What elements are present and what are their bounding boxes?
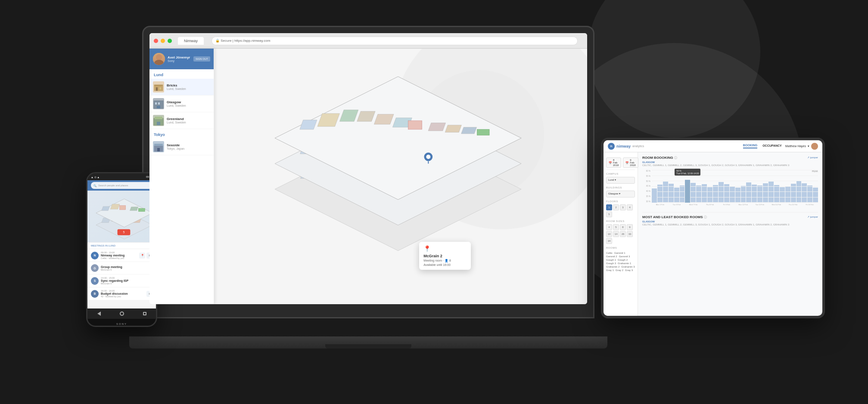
room-tag-gough3[interactable]: Gough 3: [606, 262, 616, 265]
x-label-8: Wed 14 Feb: [768, 204, 785, 209]
meeting-info-1: 09:00 - 10:00 Nimway meeting Celtic - bo…: [101, 251, 137, 259]
meeting-info-2: Group meeting McGrain 5: [101, 265, 152, 271]
browser-chrome: Nimway 🔒 Secure | https://app.nimway.com: [149, 33, 587, 49]
browser-tab[interactable]: Nimway: [178, 37, 204, 45]
rooms-row-2: Gemmil 2 Gemmil 3: [606, 255, 635, 258]
svg-rect-5: [156, 87, 158, 91]
back-arrow-icon: [97, 311, 101, 316]
analytics-nav-occupancy[interactable]: OCCUPANCY: [762, 144, 782, 148]
date-from-badge[interactable]: 📅 8 Feb 2018: [606, 157, 621, 168]
room-tag-gemmil2[interactable]: Gemmil 2: [606, 255, 617, 258]
room-size-8[interactable]: 8: [620, 224, 626, 230]
floor-btn-2[interactable]: 2: [613, 204, 619, 210]
browser-close-dot[interactable]: [154, 39, 158, 43]
sidebar-building-glasgow[interactable]: Glasgow Lund, Sweden: [149, 96, 214, 112]
building-info-greenland: Greenland Lund, Sweden: [167, 117, 186, 124]
analytics-user: Matthew Hayes ▾: [785, 143, 818, 150]
svg-rect-18: [154, 144, 163, 146]
booking-buildings-list: CELTIC, GEMMILL 1, GEMMILL 2, GEMMILL 3,…: [642, 164, 789, 167]
room-tag-gough2[interactable]: Gough 2: [618, 259, 628, 261]
meeting-action-btn-1a[interactable]: 📍: [139, 253, 145, 259]
room-tag-gemmil1[interactable]: Gemmil 1: [614, 252, 625, 254]
room-size-10[interactable]: 10: [606, 231, 612, 237]
booking-jumper-button[interactable]: ↗ jumper: [807, 156, 818, 159]
analytics-logo: n nimway analytics: [608, 143, 644, 150]
analytics-header: n nimway analytics BOOKING OCCUPANCY Mat…: [604, 140, 822, 152]
x-label-3: Wed 7 Feb: [685, 204, 702, 209]
floor-btn-4[interactable]: 4: [627, 204, 633, 210]
room-tag-grahamin2[interactable]: Grahamin 2: [606, 265, 619, 268]
date-to-badge[interactable]: 📅 9 Feb 2018: [623, 157, 638, 168]
browser-fullscreen-dot[interactable]: [168, 39, 172, 43]
room-size-9[interactable]: 9: [627, 224, 633, 230]
phone-nav-home-button[interactable]: [118, 311, 126, 316]
room-tag-gough1[interactable]: Gough 1: [606, 259, 616, 261]
campus-filter-select[interactable]: Lund ▾: [606, 177, 635, 184]
room-tag-gray1[interactable]: Gray 1: [606, 269, 614, 271]
most-booked-buildings: CELTIC, GEMMILL 1, GEMMILL 2, GEMMILL 3,…: [642, 223, 789, 226]
building-thumb-greenland: [153, 115, 164, 126]
browser-address-bar[interactable]: 🔒 Secure | https://app.nimway.com: [212, 37, 578, 45]
sidebar-building-seaside[interactable]: Seaside Tokyo, Japan: [149, 139, 214, 155]
calendar-icon-2: 📅: [625, 161, 628, 164]
bars-area: 56 % Tue 6 Feb, 12:00-14:00: [652, 170, 818, 209]
room-tag-grahamin1[interactable]: Grahamin 1: [618, 262, 631, 265]
rooms-list: Celtic Gemmil 1 Gemmil 2 Gemmil 3 Gough …: [606, 252, 635, 271]
rooms-row-5: Grahamin 2 Grahamin 3: [606, 265, 635, 268]
phone-meeting-item-1: N 09:00 - 10:00 Nimway meeting Celtic - …: [87, 249, 156, 262]
building-thumb-glasgow: [153, 98, 164, 109]
floors-filter-label: FLOORS: [606, 200, 635, 203]
room-size-33[interactable]: 33: [627, 231, 633, 237]
phone-device: ▲ ⊙ ▲ 09:55 🔍 Search people and places: [86, 172, 157, 327]
analytics-main-content: ROOM BOOOKING ⓘ GLASGOW CELTIC, GEMMILL …: [638, 152, 822, 316]
tooltip-room-type: Meeting room · 👤 8: [423, 259, 467, 262]
floor-btn-1[interactable]: 1: [606, 204, 612, 210]
building-thumb-svg-seaside: [153, 141, 164, 152]
buildings-filter-select[interactable]: Glasgow ▾: [606, 191, 635, 197]
svg-rect-19: [157, 148, 160, 151]
sidebar-signout-button[interactable]: SIGN OUT: [193, 56, 210, 62]
most-booked-jumper[interactable]: ↗ jumper: [807, 215, 818, 218]
phone-nav-back-button[interactable]: [95, 311, 103, 316]
y-label-45: 45 %: [646, 185, 650, 187]
meeting-name-1: Nimway meeting: [101, 254, 137, 257]
room-size-5[interactable]: 5: [613, 224, 619, 230]
room-tag-gray3[interactable]: Gray 3: [625, 269, 633, 271]
sidebar-building-greenland[interactable]: Greenland Lund, Sweden: [149, 112, 214, 129]
meeting-icon-1: N: [91, 252, 99, 259]
svg-rect-46: [408, 121, 422, 130]
room-size-4[interactable]: 4: [606, 224, 612, 230]
analytics-filters-panel: 📅 8 Feb 2018 📅 9 Feb 2018 CAMPUS Lund ▾ …: [604, 152, 638, 316]
phone-nav-square-button[interactable]: [141, 311, 149, 316]
room-tag-celtic[interactable]: Celtic: [606, 252, 613, 254]
sidebar-building-bricks[interactable]: Bricks Lund, Sweden: [149, 79, 214, 96]
tooltip-availability: Available until 16:00: [423, 263, 467, 266]
phone-search-bar[interactable]: 🔍 Search people and places: [91, 182, 152, 189]
sidebar-company: Sony: [168, 59, 190, 62]
building-name-seaside: Seaside: [167, 143, 184, 147]
room-size-34[interactable]: 34: [606, 238, 612, 244]
phone-bottom-bar: [87, 308, 156, 319]
room-tag-grahamin3[interactable]: Grahamin 3: [621, 265, 635, 268]
room-tag-gray2[interactable]: Gray 2: [616, 269, 623, 271]
room-size-14[interactable]: 14: [613, 231, 619, 237]
scene: Nimway 🔒 Secure | https://app.nimway.com: [0, 0, 868, 404]
floor-btn-5[interactable]: 5: [606, 211, 612, 217]
x-axis-labels: Mon 5 Feb Tue 6 Feb Wed 7 Feb Thu 8 Feb …: [652, 204, 818, 209]
building-thumb-svg-bricks: [153, 81, 164, 93]
building-info-bricks: Bricks Lund, Sweden: [167, 83, 186, 90]
meeting-info-3: 14:00 - 15:00 Sync regarding ISP McGrain…: [101, 277, 152, 285]
browser-minimize-dot[interactable]: [161, 39, 165, 43]
chevron-down-icon: ▾: [808, 145, 809, 148]
y-label-35: 35 %: [646, 195, 650, 197]
app-sidebar: Axel Jönemyr Sony SIGN OUT Lund: [149, 49, 214, 304]
room-tag-gemmil3[interactable]: Gemmil 3: [619, 255, 630, 258]
room-size-26[interactable]: 26: [620, 231, 626, 237]
laptop-screen-bezel: Nimway 🔒 Secure | https://app.nimway.com: [149, 33, 587, 304]
floors-buttons-grid: 1 2 3 4 5: [606, 204, 635, 217]
floor-btn-3[interactable]: 3: [620, 204, 626, 210]
floor-plan-svg: [223, 53, 579, 300]
analytics-nav-booking[interactable]: BOOKING: [743, 144, 757, 148]
meeting-name-3: Sync regarding ISP: [101, 279, 152, 282]
svg-rect-11: [157, 106, 160, 108]
